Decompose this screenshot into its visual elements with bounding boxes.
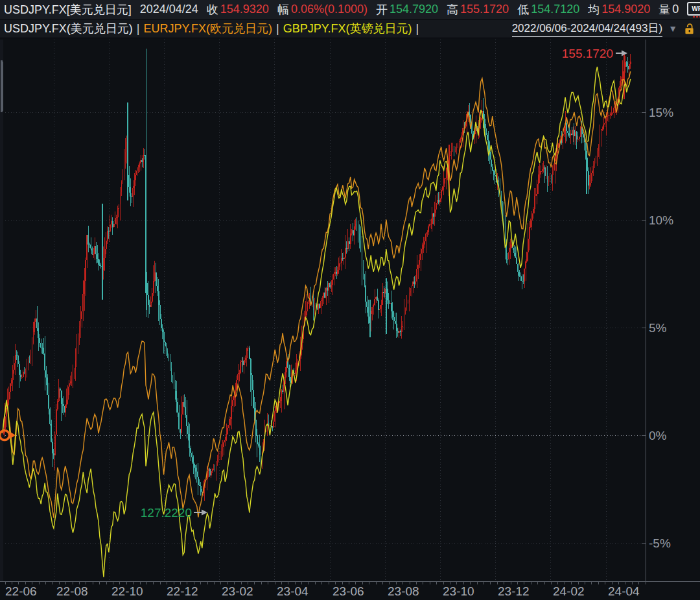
axes-and-labels: 15%10%5%0%-5%22-0622-0822-1022-1223-0223…	[0, 40, 700, 598]
price-chart[interactable]: 15%10%5%0%-5%22-0622-0822-1022-1223-0223…	[0, 38, 700, 600]
symbol-title[interactable]: USDJPY.FX[美元兑日元]	[4, 2, 132, 18]
quote-date: 2024/04/24	[140, 3, 198, 16]
quote-field-open: 开154.7920	[376, 2, 438, 18]
price-annotations: 155.1720127.2220	[141, 47, 627, 520]
svg-text:23-04: 23-04	[277, 584, 309, 598]
left-scrollbar[interactable]	[0, 40, 3, 581]
legend-item-eurjpy[interactable]: EURJPY.FX(欧元兑日元)	[143, 21, 272, 36]
quote-field-avg: 均154.9020	[588, 2, 650, 18]
quote-field-high: 高155.1720	[447, 2, 509, 18]
svg-text:127.2220: 127.2220	[141, 506, 192, 520]
quote-field-change: 幅0.06%(0.1000)	[277, 2, 368, 18]
eurjpy-line-series	[3, 71, 631, 518]
svg-text:15%: 15%	[649, 106, 673, 119]
svg-text:23-10: 23-10	[443, 584, 474, 598]
svg-text:24-04: 24-04	[608, 584, 640, 598]
legend-separator: |	[276, 22, 279, 36]
svg-text:22-10: 22-10	[111, 584, 143, 598]
legend-separator: |	[137, 22, 140, 36]
chevron-down-icon[interactable]: ▼	[668, 23, 677, 34]
svg-text:10%: 10%	[649, 213, 673, 227]
gridlines	[0, 40, 646, 581]
quote-header: USDJPY.FX[美元兑日元] 2024/04/24 收154.9320 幅0…	[0, 0, 700, 19]
svg-text:22-08: 22-08	[56, 584, 88, 598]
wp-monitor-icon[interactable]: WP	[687, 2, 700, 18]
svg-text:155.1720: 155.1720	[562, 47, 613, 60]
svg-text:-5%: -5%	[649, 536, 671, 550]
svg-text:22-12: 22-12	[167, 584, 198, 598]
legend-item-usdjpy[interactable]: USDJPY.FX(美元兑日元)	[4, 21, 133, 36]
series-legend: USDJPY.FX(美元兑日元) | EURJPY.FX(欧元兑日元) | GB…	[0, 19, 700, 38]
legend-separator: |	[415, 22, 419, 36]
svg-text:23-06: 23-06	[332, 584, 364, 598]
svg-text:23-12: 23-12	[498, 584, 530, 598]
quote-field-volume: 量0	[659, 2, 679, 18]
svg-text:23-08: 23-08	[388, 584, 419, 598]
svg-text:24-02: 24-02	[553, 584, 585, 598]
forex-chart-app: USDJPY.FX[美元兑日元] 2024/04/24 收154.9320 幅0…	[0, 0, 700, 600]
quote-field-close: 收154.9320	[207, 2, 269, 18]
svg-text:22-06: 22-06	[5, 584, 37, 598]
svg-text:0%: 0%	[649, 429, 667, 442]
legend-item-gbpjpy[interactable]: GBPJPY.FX(英镑兑日元)	[283, 21, 412, 36]
quote-field-low: 低154.7120	[517, 2, 579, 18]
svg-text:5%: 5%	[649, 321, 667, 335]
svg-text:23-02: 23-02	[222, 584, 253, 598]
chart-area: 15%10%5%0%-5%22-0622-0822-1022-1223-0223…	[0, 38, 700, 600]
date-range-selector[interactable]: 2022/06/06-2024/04/24(493日)	[512, 21, 663, 37]
unlock-icon[interactable]	[683, 23, 696, 35]
